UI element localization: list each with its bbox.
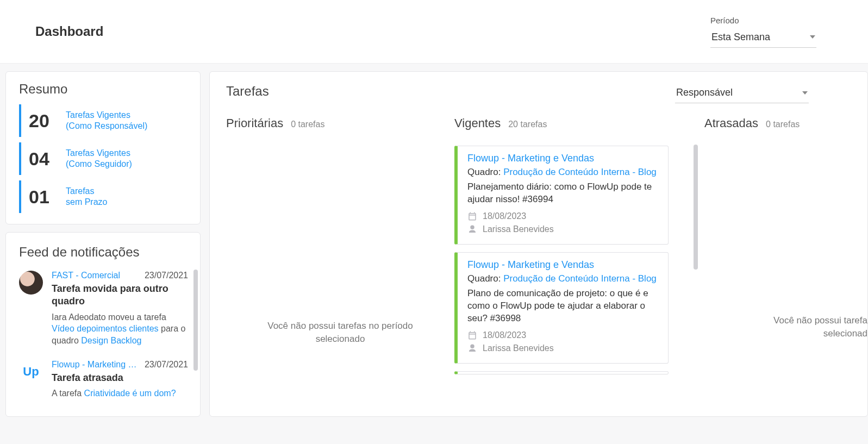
feed-source[interactable]: FAST - Comercial [52, 271, 120, 280]
period-filter: Período Esta Semana [710, 16, 816, 48]
task-board-link[interactable]: Produção de Conteúdo Interna - Blog [503, 167, 657, 177]
task-date: 18/08/2023 [483, 211, 526, 221]
period-label: Período [710, 16, 739, 25]
calendar-icon [467, 330, 477, 340]
stat-value: 04 [29, 148, 55, 170]
responsavel-select[interactable]: Responsável [675, 84, 809, 103]
task-assignee: Larissa Benevides [483, 224, 554, 234]
task-project-link[interactable]: Flowup - Marketing e Vendas [467, 153, 660, 164]
stat-value: 01 [29, 186, 55, 208]
feed-link[interactable]: Vídeo depoimentos clientes [52, 324, 159, 333]
tarefas-title: Tarefas [226, 84, 269, 99]
period-select[interactable]: Esta Semana [710, 28, 816, 48]
stat-vigentes-responsavel[interactable]: 20 Tarefas Vigentes (Como Responsável) [19, 104, 187, 137]
col-title: Vigentes [454, 116, 501, 130]
col-prioritarias: Prioritárias 0 tarefas Você não possui t… [226, 116, 454, 382]
stat-sem-prazo[interactable]: 01 Tarefas sem Prazo [19, 180, 187, 213]
task-name: Plano de comunicação de projeto: o que é… [467, 287, 660, 325]
responsavel-value: Responsável [676, 87, 733, 98]
scrollbar[interactable] [193, 270, 198, 371]
task-board-link[interactable]: Produção de Conteúdo Interna - Blog [503, 273, 657, 284]
col-atrasadas: Atrasadas 0 tarefas Você não possui tare… [704, 116, 867, 382]
task-card[interactable]: Flowup - Marketing e Vendas Quadro: Prod… [454, 146, 669, 245]
feed-card: Feed de notificações FAST - Comercial 23… [5, 232, 201, 417]
task-name: Planejamento diário: como o FlowUp pode … [467, 181, 660, 206]
avatar [19, 271, 43, 295]
user-icon [467, 224, 477, 234]
feed-headline: Tarefa movida para outro quadro [52, 283, 188, 308]
period-value: Esta Semana [711, 32, 770, 43]
feed-description: Iara Adeodato moveu a tarefa Vídeo depoi… [52, 311, 188, 347]
feed-source[interactable]: Flowup - Marketing … [52, 360, 137, 370]
feed-item[interactable]: FAST - Comercial 23/07/2021 Tarefa movid… [19, 271, 190, 347]
tarefas-card: Tarefas Responsável Prioritárias 0 taref… [209, 71, 868, 417]
feed-date: 23/07/2021 [145, 271, 188, 280]
feed-item[interactable]: Up Flowup - Marketing … 23/07/2021 Taref… [19, 360, 190, 399]
task-date: 18/08/2023 [483, 330, 526, 340]
col-vigentes: Vigentes 20 tarefas Flowup - Marketing e… [454, 116, 688, 382]
stat-label: Tarefas Vigentes (Como Responsável) [66, 110, 147, 132]
feed-list[interactable]: FAST - Comercial 23/07/2021 Tarefa movid… [19, 271, 195, 412]
user-icon [467, 343, 477, 353]
feed-date: 23/07/2021 [145, 360, 188, 370]
feed-title: Feed de notificações [19, 245, 195, 260]
feed-link[interactable]: Criatividade é um dom? [84, 389, 176, 398]
task-assignee: Larissa Benevides [483, 343, 554, 353]
chevron-down-icon [810, 35, 815, 39]
header: Dashboard Período Esta Semana [0, 0, 868, 64]
calendar-icon [467, 211, 477, 221]
feed-headline: Tarefa atrasada [52, 372, 188, 384]
task-project-link[interactable]: Flowup - Marketing e Vendas [467, 259, 660, 271]
stat-vigentes-seguidor[interactable]: 04 Tarefas Vigentes (Como Seguidor) [19, 142, 187, 175]
task-card[interactable] [454, 371, 669, 374]
task-board: Quadro: Produção de Conteúdo Interna - B… [467, 166, 660, 179]
col-count: 20 tarefas [508, 120, 547, 129]
col-title: Prioritárias [226, 116, 283, 130]
col-count: 0 tarefas [766, 120, 800, 129]
empty-placeholder: Você não possui tarefas no período selec… [226, 146, 454, 346]
task-card[interactable]: Flowup - Marketing e Vendas Quadro: Prod… [454, 252, 669, 364]
feed-description: A tarefa Criatividade é um dom? [52, 387, 188, 399]
task-board: Quadro: Produção de Conteúdo Interna - B… [467, 273, 660, 285]
stat-value: 20 [29, 110, 55, 132]
stat-label: Tarefas Vigentes (Como Seguidor) [66, 148, 132, 170]
feed-link[interactable]: Design Backlog [81, 336, 141, 345]
scrollbar[interactable] [694, 145, 698, 270]
col-title: Atrasadas [704, 116, 758, 130]
page-title: Dashboard [35, 24, 103, 39]
resumo-card: Resumo 20 Tarefas Vigentes (Como Respons… [5, 71, 201, 224]
stat-label: Tarefas sem Prazo [66, 186, 107, 208]
resumo-title: Resumo [19, 82, 187, 97]
empty-placeholder: Você não possui tarefa selecionad [704, 146, 867, 340]
chevron-down-icon [802, 91, 808, 95]
col-count: 0 tarefas [291, 120, 324, 129]
avatar: Up [19, 360, 43, 384]
